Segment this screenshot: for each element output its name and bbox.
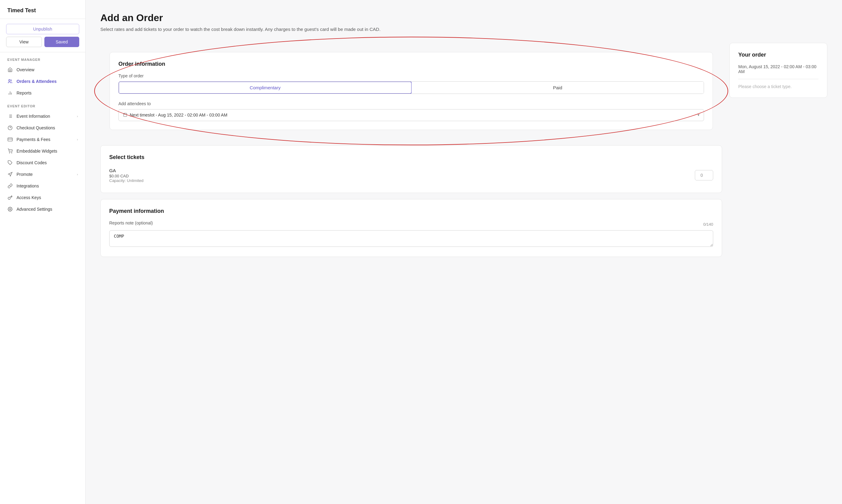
select-tickets-title: Select tickets xyxy=(109,154,713,161)
view-button[interactable]: View xyxy=(6,37,42,47)
sidebar-item-label-event-info: Event Information xyxy=(17,114,50,119)
your-order-card: Your order Mon, August 15, 2022 - 02:00 … xyxy=(730,43,827,98)
sidebar-item-label-discount: Discount Codes xyxy=(17,160,47,165)
gear-icon xyxy=(7,206,13,212)
svg-point-0 xyxy=(8,79,10,81)
type-of-order-label: Type of order xyxy=(118,73,704,78)
list-icon xyxy=(7,113,13,119)
paid-button[interactable]: Paid xyxy=(411,82,704,94)
order-type-toggle: Complimentary Paid xyxy=(118,82,704,94)
timeslot-value: Next timeslot - Aug 15, 2022 - 02:00 AM … xyxy=(130,112,227,118)
home-icon xyxy=(7,67,13,72)
content-layout: Order information Type of order Complime… xyxy=(100,43,827,257)
order-information-card: Order information Type of order Complime… xyxy=(109,52,713,130)
your-order-title: Your order xyxy=(738,52,819,58)
sidebar-item-label-payments: Payments & Fees xyxy=(17,137,51,142)
event-editor-section-label: EVENT EDITOR xyxy=(0,99,85,110)
sidebar: Timed Test Unpublish View Saved EVENT MA… xyxy=(0,0,86,504)
sidebar-item-label-integrations: Integrations xyxy=(17,183,39,188)
calendar-icon xyxy=(123,112,127,118)
saved-button[interactable]: Saved xyxy=(45,37,80,47)
reports-note-header: Reports note (optional) 0/140 xyxy=(109,220,713,229)
reports-note-label: Reports note (optional) xyxy=(109,220,153,226)
order-date: Mon, August 15, 2022 - 02:00 AM - 03:00 … xyxy=(738,64,819,79)
event-manager-section-label: EVENT MANAGER xyxy=(0,52,85,64)
sidebar-item-reports[interactable]: Reports xyxy=(0,87,85,99)
order-placeholder: Please choose a ticket type. xyxy=(738,79,819,89)
timeslot-dropdown[interactable]: Next timeslot - Aug 15, 2022 - 02:00 AM … xyxy=(118,109,704,121)
credit-card-icon xyxy=(7,137,13,142)
circle-question-icon xyxy=(7,125,13,131)
ticket-name: GA xyxy=(109,168,143,173)
char-count: 0/140 xyxy=(703,222,713,227)
chevron-down-icon: ▾ xyxy=(698,113,699,117)
sidebar-item-label-advanced: Advanced Settings xyxy=(17,207,52,212)
add-attendees-label: Add attendees to xyxy=(118,101,704,106)
bar-chart-icon xyxy=(7,90,13,96)
sidebar-item-advanced-settings[interactable]: Advanced Settings xyxy=(0,203,85,215)
sidebar-item-label-widgets: Embeddable Widgets xyxy=(17,149,57,154)
sidebar-item-label-promote: Promote xyxy=(17,172,33,177)
main-content: Add an Order Select rates and add ticket… xyxy=(86,0,842,504)
sidebar-item-label-access-keys: Access Keys xyxy=(17,195,41,200)
ticket-row: GA $0.00 CAD Capacity: Unlimited xyxy=(109,167,713,184)
sidebar-item-event-information[interactable]: Event Information › xyxy=(0,110,85,122)
right-column: Your order Mon, August 15, 2022 - 02:00 … xyxy=(730,43,827,98)
left-column: Order information Type of order Complime… xyxy=(100,43,722,257)
sidebar-item-access-keys[interactable]: Access Keys xyxy=(0,192,85,203)
people-icon xyxy=(7,78,13,84)
chevron-right-icon-3: › xyxy=(77,173,78,176)
sidebar-item-label-overview: Overview xyxy=(17,67,34,72)
svg-rect-12 xyxy=(8,138,13,141)
reports-note-textarea[interactable]: COMP xyxy=(109,230,713,247)
sidebar-item-embeddable-widgets[interactable]: Embeddable Widgets xyxy=(0,145,85,157)
annotation-wrapper: Order information Type of order Complime… xyxy=(100,43,722,139)
select-tickets-card: Select tickets GA $0.00 CAD Capacity: Un… xyxy=(100,145,722,193)
svg-rect-18 xyxy=(124,113,127,116)
sidebar-item-label-checkout: Checkout Questions xyxy=(17,125,55,130)
chevron-right-icon-2: › xyxy=(77,138,78,141)
sidebar-item-discount-codes[interactable]: Discount Codes xyxy=(0,157,85,168)
sidebar-title: Timed Test xyxy=(0,0,85,19)
payment-information-card: Payment information Reports note (option… xyxy=(100,199,722,257)
svg-point-17 xyxy=(10,209,11,210)
sidebar-item-payments-fees[interactable]: Payments & Fees › xyxy=(0,134,85,145)
sidebar-actions: Unpublish View Saved xyxy=(0,19,85,52)
sidebar-item-label-orders: Orders & Attendees xyxy=(17,79,57,84)
sidebar-item-checkout-questions[interactable]: Checkout Questions xyxy=(0,122,85,134)
unpublish-button[interactable]: Unpublish xyxy=(6,24,79,34)
order-information-title: Order information xyxy=(118,61,704,67)
svg-point-15 xyxy=(12,152,12,153)
ticket-price: $0.00 CAD xyxy=(109,174,143,178)
page-title: Add an Order xyxy=(100,12,827,23)
shopping-cart-icon xyxy=(7,148,13,154)
sidebar-item-overview[interactable]: Overview xyxy=(0,64,85,75)
link-icon xyxy=(7,183,13,189)
sidebar-item-promote[interactable]: Promote › xyxy=(0,168,85,180)
sidebar-item-label-reports: Reports xyxy=(17,91,32,95)
ticket-quantity-input[interactable] xyxy=(695,170,713,180)
sidebar-item-orders-attendees[interactable]: Orders & Attendees xyxy=(0,75,85,87)
key-icon xyxy=(7,195,13,200)
svg-point-14 xyxy=(9,152,10,153)
page-subtitle: Select rates and add tickets to your ord… xyxy=(100,26,827,33)
complimentary-button[interactable]: Complimentary xyxy=(118,82,412,94)
ticket-capacity: Capacity: Unlimited xyxy=(109,178,143,183)
megaphone-icon xyxy=(7,172,13,177)
ticket-info: GA $0.00 CAD Capacity: Unlimited xyxy=(109,168,143,183)
sidebar-item-integrations[interactable]: Integrations xyxy=(0,180,85,192)
chevron-right-icon: › xyxy=(77,114,78,118)
payment-information-title: Payment information xyxy=(109,208,713,214)
tag-icon xyxy=(7,160,13,165)
